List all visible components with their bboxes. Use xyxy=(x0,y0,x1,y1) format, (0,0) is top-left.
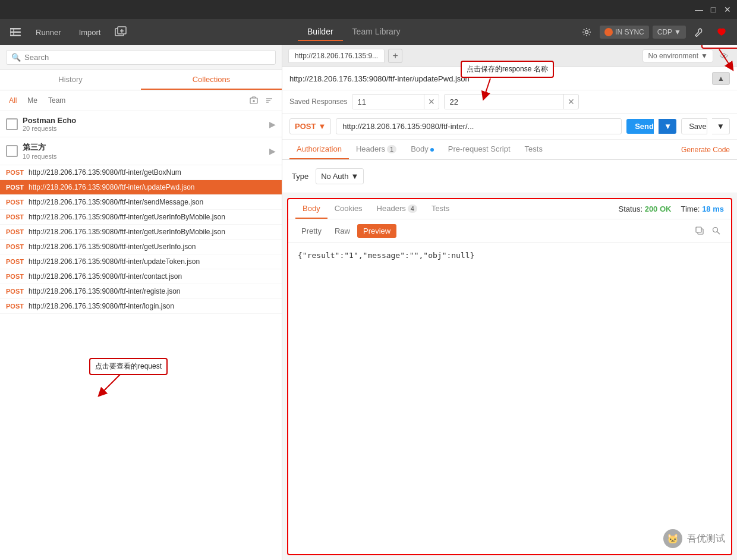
tab-body[interactable]: Body xyxy=(404,140,441,159)
url-tab-bar: http://218.206.176.135:9... + No environ… xyxy=(282,45,737,67)
search-input[interactable] xyxy=(24,53,270,62)
save-dropdown-button[interactable]: ▼ xyxy=(712,118,730,134)
sort-button[interactable] xyxy=(263,94,276,107)
collection-count: 20 requests xyxy=(23,125,269,132)
new-collection-button[interactable] xyxy=(247,94,260,107)
cdp-button[interactable]: CDP ▼ xyxy=(653,26,686,39)
format-pretty-button[interactable]: Pretty xyxy=(295,224,327,238)
request-url: http://218.206.176.135:9080/ftf-inter/se… xyxy=(29,198,203,206)
active-url-tab[interactable]: http://218.206.176.135:9... xyxy=(288,49,385,63)
time-value: 18 ms xyxy=(702,205,724,213)
url-input[interactable] xyxy=(336,118,622,134)
tab-headers[interactable]: Headers1 xyxy=(349,140,404,159)
resp-tab-body[interactable]: Body xyxy=(295,199,327,219)
search-input-wrap[interactable]: 🔍 xyxy=(6,50,276,65)
saved-clear-2-button[interactable]: ✕ xyxy=(563,95,578,109)
response-tabs-bar: Body Cookies Headers4 Tests Status: 200 … xyxy=(288,199,731,219)
close-button[interactable]: ✕ xyxy=(723,5,732,14)
request-url: http://218.206.176.135:9080/ftf-inter/up… xyxy=(29,257,200,266)
tab-team-library[interactable]: Team Library xyxy=(343,23,410,41)
svg-rect-1 xyxy=(10,32,21,33)
sidebar-toggle-button[interactable] xyxy=(6,23,25,42)
request-item[interactable]: POST http://218.206.176.135:9080/ftf-int… xyxy=(0,240,282,254)
expand-url-button[interactable]: ▲ xyxy=(712,72,730,85)
resp-tab-cookies[interactable]: Cookies xyxy=(327,199,370,219)
svg-line-18 xyxy=(717,232,720,235)
send-dropdown-button[interactable]: ▼ xyxy=(659,119,676,134)
maximize-button[interactable]: □ xyxy=(708,5,718,14)
format-raw-button[interactable]: Raw xyxy=(329,224,356,238)
filter-me[interactable]: Me xyxy=(24,95,40,106)
auth-panel: Type No Auth ▼ xyxy=(282,160,737,193)
tab-collections[interactable]: Collections xyxy=(141,70,282,90)
auth-type-label: Type xyxy=(292,172,308,181)
environment-selector[interactable]: No environment ▼ xyxy=(642,49,713,62)
collection-count: 10 requests xyxy=(23,153,269,160)
save-button[interactable]: Save xyxy=(681,118,707,134)
svg-rect-16 xyxy=(696,227,701,232)
filter-icons xyxy=(247,94,276,107)
copy-response-button[interactable] xyxy=(692,223,707,238)
new-tab-button[interactable] xyxy=(111,23,130,42)
settings-gear-icon[interactable] xyxy=(577,23,596,42)
resp-tab-tests[interactable]: Tests xyxy=(424,199,456,219)
response-time: Time: 18 ms xyxy=(681,205,724,213)
request-url: http://218.206.176.135:9080/ftf-inter/re… xyxy=(29,287,181,295)
collection-info: Postman Echo 20 requests xyxy=(23,116,269,132)
filter-team[interactable]: Team xyxy=(45,95,68,106)
collection-third-party[interactable]: 第三方 10 requests ··· ▶ xyxy=(0,137,282,165)
env-eye-button[interactable]: 👁 xyxy=(717,49,731,63)
request-item[interactable]: POST http://218.206.176.135:9080/ftf-int… xyxy=(0,269,282,284)
collection-info: 第三方 10 requests xyxy=(23,142,269,160)
search-response-button[interactable] xyxy=(708,223,724,238)
request-item[interactable]: POST http://218.206.176.135:9080/ftf-int… xyxy=(0,299,282,314)
add-tab-button[interactable]: + xyxy=(388,49,402,63)
collection-icon xyxy=(6,118,18,130)
saved-responses-bar: Saved Responses ✕ ✕ 点击保存的response 名称 xyxy=(282,90,737,114)
tab-history[interactable]: History xyxy=(0,70,141,90)
collection-name: 第三方 xyxy=(23,142,269,153)
tab-builder[interactable]: Builder xyxy=(298,23,343,41)
resp-headers-badge: 4 xyxy=(408,205,417,213)
request-item[interactable]: POST http://218.206.176.135:9080/ftf-int… xyxy=(0,284,282,299)
saved-input-2[interactable] xyxy=(445,95,563,109)
saved-responses-label: Saved Responses xyxy=(289,97,347,106)
request-item[interactable]: POST http://218.206.176.135:9080/ftf-int… xyxy=(0,165,282,180)
collection-postman-echo[interactable]: Postman Echo 20 requests ··· ▶ xyxy=(0,111,282,137)
generate-code-link[interactable]: Generate Code xyxy=(681,141,730,159)
sync-status[interactable]: IN SYNC xyxy=(600,26,649,39)
request-method: POST xyxy=(6,303,29,310)
request-item[interactable]: POST http://218.206.176.135:9080/ftf-int… xyxy=(0,210,282,225)
format-preview-button[interactable]: Preview xyxy=(357,224,396,238)
request-item[interactable]: POST http://218.206.176.135:9080/ftf-int… xyxy=(0,195,282,210)
send-button[interactable]: Send xyxy=(626,119,654,134)
sidebar-tabs: History Collections xyxy=(0,70,282,90)
request-item[interactable]: POST http://218.206.176.135:9080/ftf-int… xyxy=(0,254,282,269)
tab-tests[interactable]: Tests xyxy=(518,140,550,159)
runner-button[interactable]: Runner xyxy=(29,23,68,41)
saved-clear-1-button[interactable]: ✕ xyxy=(424,95,439,109)
wrench-icon[interactable] xyxy=(689,23,708,42)
resp-tab-headers[interactable]: Headers4 xyxy=(370,199,424,219)
heart-icon[interactable] xyxy=(712,23,731,42)
filter-all[interactable]: All xyxy=(6,95,20,106)
request-method: POST xyxy=(6,199,29,206)
auth-type-select[interactable]: No Auth ▼ xyxy=(316,168,364,184)
headers-badge: 1 xyxy=(387,145,396,153)
request-method: POST xyxy=(6,288,29,295)
import-button[interactable]: Import xyxy=(72,23,108,41)
method-select[interactable]: POST ▼ xyxy=(289,118,331,134)
minimize-button[interactable]: — xyxy=(694,5,704,14)
env-label: No environment xyxy=(648,52,698,60)
env-dropdown-icon: ▼ xyxy=(701,52,708,60)
request-item[interactable]: POST http://218.206.176.135:9080/ftf-int… xyxy=(0,225,282,240)
body-dot xyxy=(430,148,434,152)
tab-pre-request[interactable]: Pre-request Script xyxy=(441,140,518,159)
request-url: http://218.206.176.135:9080/ftf-inter/ge… xyxy=(29,228,225,236)
auth-dropdown-icon: ▼ xyxy=(351,172,358,181)
request-item-active[interactable]: POST http://218.206.176.135:9080/ftf-int… xyxy=(0,180,282,195)
collection-arrow-icon: ▶ xyxy=(269,119,276,129)
sync-indicator xyxy=(604,28,613,36)
saved-input-1[interactable] xyxy=(352,95,424,109)
tab-authorization[interactable]: Authorization xyxy=(289,140,349,159)
